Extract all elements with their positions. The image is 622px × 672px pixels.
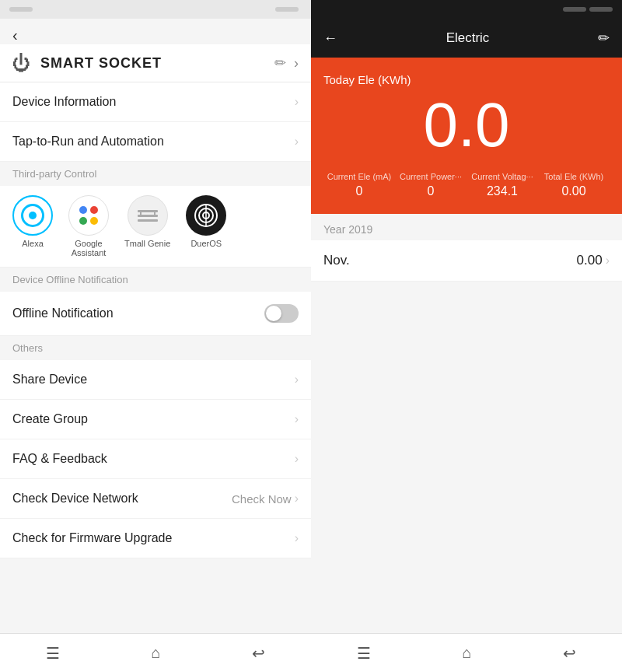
tmall-svg [136, 204, 159, 227]
current-voltage-label: Current Voltag··· [471, 172, 533, 181]
tmall-label: Tmall Genie [124, 239, 170, 248]
firmware-chevron: › [295, 531, 299, 545]
left-back-icon[interactable]: ↩ [252, 644, 265, 663]
electric-display: Today Ele (KWh) 0.0 Current Ele (mA) 0 C… [311, 58, 622, 214]
svg-rect-4 [154, 212, 156, 215]
google-icon [68, 195, 109, 236]
svg-rect-1 [138, 215, 158, 217]
svg-rect-2 [138, 219, 158, 222]
third-party-grid: Alexa Google Assistant [0, 186, 311, 268]
right-back-button[interactable]: ← [323, 30, 337, 47]
device-edit-icon[interactable]: ✏ [274, 54, 286, 72]
dueros-icon [186, 195, 226, 236]
right-header: ← Electric ✏ [311, 19, 622, 58]
right-menu-icon[interactable]: ☰ [357, 644, 371, 663]
menu-item-tap-to-run[interactable]: Tap-to-Run and Automation › [0, 122, 311, 162]
nov-chevron: › [606, 254, 610, 268]
metric-current-ele: Current Ele (mA) 0 [323, 172, 395, 198]
menu-item-create-group[interactable]: Create Group › [0, 400, 311, 439]
left-home-icon[interactable]: ⌂ [151, 644, 160, 662]
menu-item-share-device[interactable]: Share Device › [0, 360, 311, 400]
right-battery-indicator [589, 7, 613, 12]
year-header: Year 2019 [311, 214, 622, 240]
right-panel-title: Electric [446, 30, 490, 46]
right-edit-icon[interactable]: ✏ [598, 30, 610, 47]
firmware-label: Check for Firmware Upgrade [12, 531, 172, 545]
metric-current-voltage: Current Voltag··· 234.1 [466, 172, 538, 198]
google-dot-red [90, 206, 98, 214]
metric-current-power: Current Power··· 0 [395, 172, 466, 198]
google-item[interactable]: Google Assistant [68, 195, 109, 257]
dueros-item[interactable]: DuerOS [186, 195, 226, 257]
check-network-label: Check Device Network [12, 492, 138, 506]
device-name: SMART SOCKET [40, 55, 162, 72]
tmall-icon [128, 195, 168, 236]
right-home-icon[interactable]: ⌂ [462, 644, 471, 662]
share-device-chevron: › [295, 373, 299, 387]
device-info-label: Device Information [12, 95, 116, 109]
device-info-chevron: › [295, 95, 299, 109]
svg-rect-3 [140, 212, 142, 215]
metric-total-ele: Total Ele (KWh) 0.00 [538, 172, 610, 198]
left-scroll: Device Information › Tap-to-Run and Auto… [0, 82, 311, 633]
main-layout: ‹ ⏻ SMART SOCKET ✏ › Device Information … [0, 19, 622, 672]
menu-item-faq[interactable]: FAQ & Feedback › [0, 439, 311, 479]
menu-item-firmware[interactable]: Check for Firmware Upgrade › [0, 519, 311, 558]
offline-notification-label: Offline Notification [12, 306, 114, 320]
status-bar [0, 0, 622, 19]
left-signal-indicator [9, 7, 33, 12]
left-menu-icon[interactable]: ☰ [46, 644, 60, 663]
offline-toggle[interactable] [264, 304, 299, 323]
check-now-chevron: › [295, 492, 299, 506]
alexa-label: Alexa [22, 239, 44, 248]
current-power-label: Current Power··· [400, 172, 462, 181]
today-ele-label: Today Ele (KWh) [323, 73, 411, 86]
device-more-icon[interactable]: › [294, 55, 299, 72]
dueros-label: DuerOS [190, 239, 222, 248]
month-item-nov[interactable]: Nov. 0.00 › [311, 240, 622, 282]
current-ele-value: 0 [356, 184, 363, 198]
metrics-row: Current Ele (mA) 0 Current Power··· 0 Cu… [323, 172, 610, 198]
svg-rect-0 [138, 210, 158, 212]
create-group-label: Create Group [12, 412, 88, 426]
google-dots [79, 206, 98, 225]
current-power-value: 0 [428, 184, 435, 198]
device-title-row: ⏻ SMART SOCKET ✏ › [0, 44, 311, 82]
device-title-left: ⏻ SMART SOCKET [12, 52, 162, 74]
check-now-text: Check Now [232, 492, 292, 506]
alexa-ring [21, 204, 44, 227]
create-group-chevron: › [295, 412, 299, 426]
right-bottom-nav: ☰ ⌂ ↩ [311, 633, 622, 672]
right-signal-indicator [563, 7, 586, 12]
big-ele-value: 0.0 [323, 94, 610, 156]
tap-to-run-chevron: › [295, 135, 299, 149]
offline-notification-row: Offline Notification [0, 292, 311, 336]
left-panel: ‹ ⏻ SMART SOCKET ✏ › Device Information … [0, 19, 311, 672]
check-now-row: Check Now › [232, 492, 299, 506]
nov-value: 0.00 [577, 253, 603, 268]
right-scroll: Year 2019 Nov. 0.00 › [311, 214, 622, 633]
others-section-header: Others [0, 336, 311, 360]
total-ele-value: 0.00 [561, 184, 585, 198]
tap-to-run-label: Tap-to-Run and Automation [12, 135, 164, 149]
current-ele-label: Current Ele (mA) [327, 172, 392, 181]
left-back-button[interactable]: ‹ [12, 26, 18, 44]
google-dot-green [79, 217, 87, 225]
google-dot-blue [79, 206, 87, 214]
faq-label: FAQ & Feedback [12, 452, 107, 466]
nov-label: Nov. [323, 253, 350, 268]
right-panel: ← Electric ✏ Today Ele (KWh) 0.0 Current… [311, 19, 622, 672]
left-header: ‹ [0, 19, 311, 44]
right-back-icon[interactable]: ↩ [563, 644, 576, 663]
nov-value-row: 0.00 › [577, 253, 610, 268]
share-device-label: Share Device [12, 373, 87, 387]
tmall-item[interactable]: Tmall Genie [124, 195, 170, 257]
alexa-item[interactable]: Alexa [12, 195, 53, 257]
status-bar-left [0, 0, 311, 19]
alexa-icon [12, 195, 53, 236]
menu-item-device-info[interactable]: Device Information › [0, 82, 311, 122]
menu-item-check-network[interactable]: Check Device Network Check Now › [0, 479, 311, 519]
third-party-section-header: Third-party Control [0, 162, 311, 186]
current-voltage-value: 234.1 [487, 184, 518, 198]
left-bottom-nav: ☰ ⌂ ↩ [0, 633, 311, 672]
